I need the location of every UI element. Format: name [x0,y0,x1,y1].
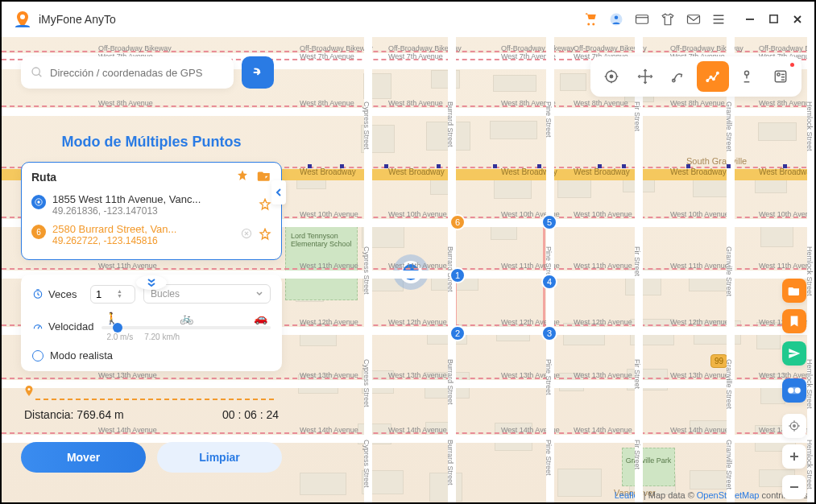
minimize-icon[interactable] [744,14,756,25]
road-label: Burrard Street [446,440,454,485]
favorites-icon[interactable] [236,169,249,185]
cooldown-fab[interactable] [782,378,806,403]
svg-point-23 [788,388,793,394]
road-label: Hemlock Street [806,246,814,296]
menu-icon[interactable] [712,14,725,25]
mode-jump[interactable] [731,61,763,92]
svg-point-17 [37,200,39,203]
slider-thumb[interactable] [113,323,122,333]
car-icon[interactable]: 🚗 [254,312,267,324]
road-label: West 13th Avenue [300,371,358,379]
mail-icon[interactable] [686,14,701,25]
mode-gpx[interactable] [764,61,797,92]
search-bar [21,56,274,89]
move-button[interactable]: Mover [21,442,146,473]
panel-title: Modo de Múltiples Puntos [21,134,282,151]
wallet-icon[interactable] [635,13,649,26]
road-label: Off-Broadway Bikeway [501,44,574,52]
svg-rect-5 [770,15,777,23]
times-input[interactable]: ▲▼ [90,285,135,304]
road-label: Granville Street [725,101,733,151]
road-label: Fir Street [633,440,641,469]
svg-point-8 [610,75,612,77]
speed-slider[interactable] [101,326,271,329]
road-label: Hemlock Street [806,359,814,409]
send-fab[interactable] [782,341,806,366]
stop-coords: 49.262722, -123.145816 [52,235,234,246]
svg-point-21 [28,388,31,390]
app-logo-icon [13,10,32,29]
mode-twospot[interactable] [663,61,695,92]
map-granville-park: Granville Park [622,448,675,486]
folder-icon[interactable] [257,169,271,185]
road-label: West Broadway [574,167,630,176]
map-neighborhood-label: South Granville [686,156,747,166]
float-tools-mid [782,341,806,366]
maximize-icon[interactable] [768,14,779,24]
titlebar-icons [583,12,803,27]
chevron-down-icon [255,290,263,298]
stop-coords: 49.261836, -123.147013 [52,205,252,217]
road-label: Hemlock Street [806,440,814,490]
map-attribution: Leaflet | Map data © OpenStreetMap contr… [615,490,808,500]
user-icon[interactable] [609,12,623,27]
road-label: Pine Street [545,101,553,138]
clear-button[interactable]: Limpiar [157,442,282,473]
eta-time: 00 : 06 : 24 [222,408,279,421]
waypoint-marker[interactable]: 5 [541,214,557,230]
recenter-button[interactable] [782,414,806,438]
zoom-out-button[interactable] [782,475,806,499]
mode-joystick[interactable] [629,61,661,92]
road-label: West Broadway [300,167,356,176]
main-area: Lord Tennyson Elementary School Granvill… [2,37,814,502]
road-label: West 10th Avenue [388,210,447,218]
road-label: Fir Street [633,359,641,389]
svg-point-26 [793,425,796,428]
shirt-icon[interactable] [661,12,675,27]
road-label: Cypress Street [362,359,371,407]
road-label: West 12th Avenue [670,318,729,326]
waypoint-marker[interactable]: 2 [449,325,466,341]
road-label: Pine Street [545,440,553,476]
mode-teleport[interactable] [595,61,628,92]
search-go-button[interactable] [242,56,274,89]
road-label: West 14th Avenue [388,426,447,434]
expand-stops-button[interactable] [136,275,167,290]
waypoint-marker[interactable]: 3 [541,325,557,341]
svg-point-24 [795,388,801,394]
road-label: West 11th Avenue [300,262,358,270]
road-label: West 13th Avenue [574,371,632,379]
road-label: West 7th Avenue [388,52,443,60]
route-stop[interactable]: 6 2580 Burrard Street, Van... 49.262722,… [31,220,271,250]
map-zoom-controls [782,414,806,499]
cart-icon[interactable] [583,12,598,27]
distance-pin-icon [24,386,34,399]
road-label: West 10th Avenue [670,210,729,218]
collapse-arrow[interactable] [271,180,286,204]
road-label: West 12th Avenue [388,318,447,326]
remove-stop-icon[interactable] [241,228,252,242]
bike-icon[interactable]: 🚲 [180,312,193,324]
waypoint-marker[interactable]: 1 [449,267,466,283]
road-label: West Broadway [388,167,445,176]
road-label: West 14th Avenue [670,426,729,434]
road-label: West 8th Avenue [300,99,354,107]
road-label: West 10th Avenue [574,210,632,218]
close-icon[interactable] [792,14,803,25]
waypoint-marker[interactable]: 4 [541,274,557,290]
bookmark-fab[interactable] [782,309,806,333]
realistic-toggle[interactable] [32,350,43,361]
road-label: West 12th Avenue [300,318,358,326]
road-label: West 8th Avenue [98,99,153,107]
road-label: Off-Broadway Bikeway [98,44,172,52]
star-icon[interactable] [259,228,271,244]
waypoint-marker[interactable]: 6 [449,214,466,230]
road-label: West 14th Avenue [574,426,632,434]
mode-multispot[interactable] [697,61,729,92]
search-input[interactable] [50,67,224,79]
folder-fab[interactable] [782,279,806,303]
road-label: West 11th Avenue [670,262,729,270]
star-icon[interactable] [259,198,271,214]
route-stop[interactable]: 1855 West 11th Avenue, Vanc... 49.261836… [31,190,271,220]
zoom-in-button[interactable] [782,444,806,469]
